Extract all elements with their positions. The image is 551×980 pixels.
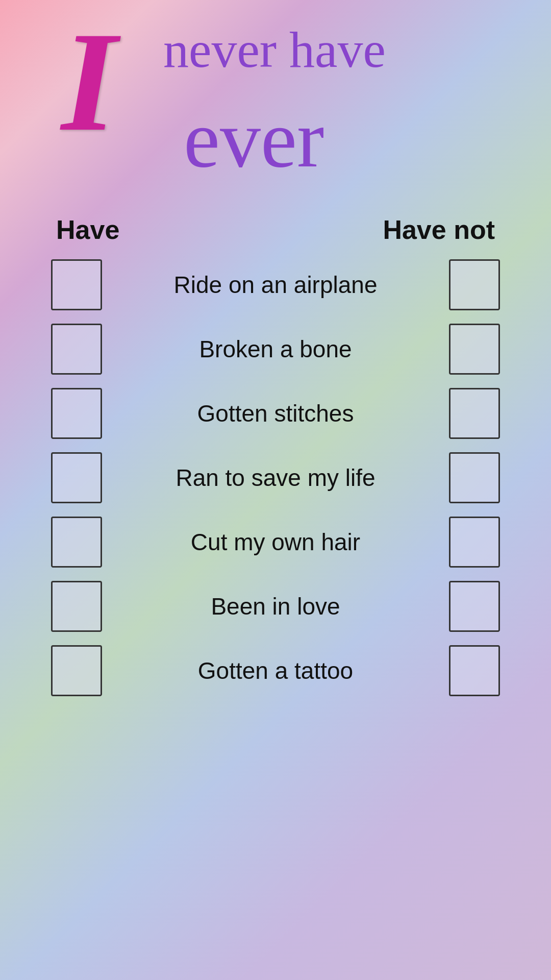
- checkbox-have-not-1[interactable]: [449, 324, 500, 375]
- checkbox-have-4[interactable]: [51, 517, 102, 568]
- items-list: Ride on an airplaneBroken a boneGotten s…: [46, 255, 505, 700]
- checkbox-have-not-3[interactable]: [449, 452, 500, 503]
- item-row: Cut my own hair: [46, 512, 505, 572]
- title-area: I never have ever: [0, 0, 551, 214]
- item-label-1: Broken a bone: [102, 335, 449, 363]
- checkbox-have-1[interactable]: [51, 324, 102, 375]
- item-row: Gotten a tattoo: [46, 641, 505, 700]
- checkbox-have-not-5[interactable]: [449, 581, 500, 632]
- item-row: Broken a bone: [46, 320, 505, 379]
- checkbox-have-not-2[interactable]: [449, 388, 500, 439]
- checkbox-have-5[interactable]: [51, 581, 102, 632]
- title-i: I: [61, 10, 117, 153]
- item-label-5: Been in love: [102, 593, 449, 620]
- checkbox-have-not-4[interactable]: [449, 517, 500, 568]
- item-row: Been in love: [46, 577, 505, 636]
- item-label-4: Cut my own hair: [102, 528, 449, 556]
- page-background: I never have ever Have Have not Ride on …: [0, 0, 551, 980]
- columns-header: Have Have not: [46, 214, 505, 245]
- checkbox-have-3[interactable]: [51, 452, 102, 503]
- item-label-3: Ran to save my life: [102, 464, 449, 492]
- checkbox-have-0[interactable]: [51, 259, 102, 310]
- item-label-6: Gotten a tattoo: [102, 657, 449, 684]
- checkbox-have-not-0[interactable]: [449, 259, 500, 310]
- title-never-have: never have: [163, 20, 386, 79]
- item-label-0: Ride on an airplane: [102, 271, 449, 299]
- checkbox-have-6[interactable]: [51, 645, 102, 696]
- item-row: Ran to save my life: [46, 448, 505, 507]
- item-row: Ride on an airplane: [46, 255, 505, 314]
- item-label-2: Gotten stitches: [102, 400, 449, 427]
- checkbox-have-not-6[interactable]: [449, 645, 500, 696]
- have-column-header: Have: [56, 214, 119, 245]
- have-not-column-header: Have not: [383, 214, 495, 245]
- checkbox-have-2[interactable]: [51, 388, 102, 439]
- item-row: Gotten stitches: [46, 384, 505, 443]
- title-ever: ever: [184, 92, 324, 186]
